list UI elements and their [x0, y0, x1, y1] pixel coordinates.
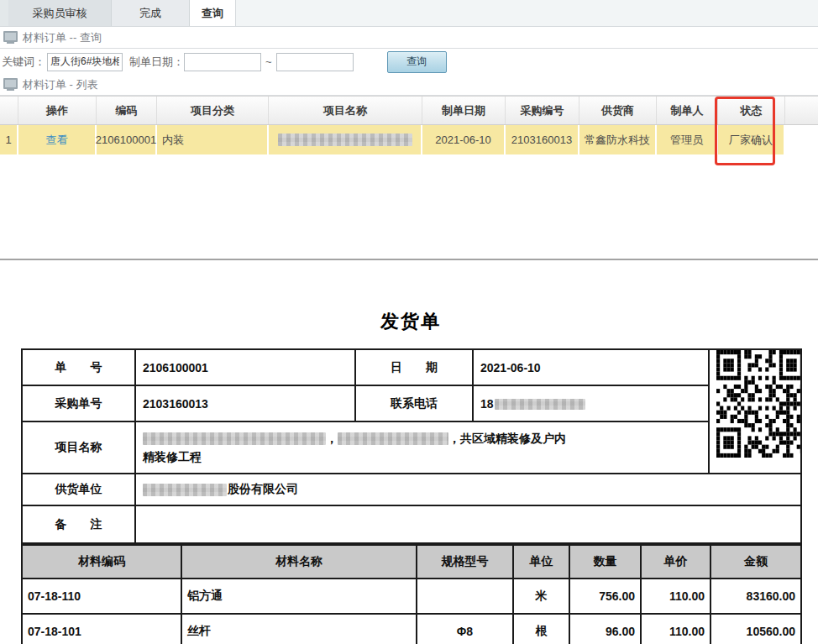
header-action: 操作 — [18, 97, 97, 124]
m-spec: Φ8 — [417, 614, 513, 644]
project-name-label: 项目名称 — [22, 421, 135, 474]
order-list-table: 操作 编码 项目分类 项目名称 制单日期 采购编号 供货商 制单人 状态 1 查… — [0, 96, 818, 154]
view-link[interactable]: 查看 — [46, 133, 68, 148]
tab-bar: 采购员审核 完成 查询 — [0, 0, 818, 27]
cell-code: 2106100001 — [97, 125, 157, 154]
header-status: 状态 — [718, 97, 785, 124]
m-qty: 756.00 — [569, 579, 641, 614]
document-title: 发货单 — [21, 309, 800, 334]
mh-spec: 规格型号 — [417, 545, 513, 579]
material-table: 材料编码 材料名称 规格型号 单位 数量 单价 金额 07-18-110 铝方通… — [21, 544, 802, 644]
m-amount: 10560.00 — [711, 614, 801, 644]
m-spec — [417, 579, 513, 614]
query-form: 关键词： 制单日期： ~ 查询 — [0, 49, 818, 75]
tab-complete[interactable]: 完成 — [112, 0, 190, 26]
list-section-header: 材料订单 - 列表 — [0, 75, 818, 96]
keyword-label: 关键词： — [2, 55, 45, 70]
view-link-cell: 查看 — [18, 125, 97, 154]
cell-creator: 管理员 — [657, 125, 718, 154]
cell-status: 厂家确认 — [718, 125, 785, 154]
purchase-no-value: 2103160013 — [135, 385, 355, 421]
project-redaction-2 — [338, 432, 448, 445]
m-price: 110.00 — [641, 579, 711, 614]
m-unit: 根 — [513, 614, 569, 644]
m-price: 110.00 — [641, 614, 711, 644]
date-to-input[interactable] — [276, 53, 354, 71]
m-name: 丝杆 — [181, 614, 417, 644]
cell-supplier: 常鑫防水科技 — [579, 125, 657, 154]
header-creator: 制单人 — [657, 97, 718, 124]
mh-qty: 数量 — [569, 545, 641, 579]
date-range-tilde: ~ — [265, 55, 272, 68]
header-supplier: 供货商 — [579, 97, 657, 124]
m-code: 07-18-110 — [22, 579, 181, 614]
project-redaction-1 — [143, 432, 326, 445]
keyword-input[interactable] — [47, 53, 123, 71]
order-no-value: 2106100001 — [135, 349, 355, 385]
material-row: 07-18-110 铝方通 米 756.00 110.00 83160.00 — [22, 579, 801, 614]
m-name: 铝方通 — [181, 579, 417, 614]
material-row: 07-18-101 丝杆 Φ8 根 96.00 110.00 10560.00 — [22, 614, 801, 644]
order-no-label: 单 号 — [22, 349, 135, 385]
header-order-date: 制单日期 — [422, 97, 506, 124]
cell-purchase-no: 2103160013 — [506, 125, 579, 154]
remark-label: 备 注 — [22, 505, 135, 543]
date-value: 2021-06-10 — [473, 349, 709, 385]
header-rownum — [0, 97, 18, 124]
cell-filler — [785, 125, 818, 154]
mh-price: 单价 — [641, 545, 711, 579]
delivery-info-table: 单 号 2106100001 日 期 2021-06-10 采购单号 21031… — [21, 348, 802, 544]
mh-code: 材料编码 — [22, 545, 181, 579]
mh-amount: 金额 — [711, 545, 801, 579]
monitor-icon — [3, 78, 18, 89]
mh-unit: 单位 — [513, 545, 569, 579]
project-name-value: ，，共区域精装修及户内 精装修工程 — [135, 421, 709, 474]
list-section-title: 材料订单 - 列表 — [23, 77, 98, 92]
header-purchase-no: 采购编号 — [506, 97, 579, 124]
date-from-input[interactable] — [184, 53, 261, 71]
supplier-value: 股份有限公司 — [135, 474, 801, 505]
header-project-name: 项目名称 — [269, 97, 422, 124]
tab-purchaser-review[interactable]: 采购员审核 — [8, 0, 112, 26]
phone-redaction — [495, 399, 585, 410]
row-number: 1 — [0, 125, 18, 154]
header-category: 项目分类 — [157, 97, 269, 124]
m-qty: 96.00 — [569, 614, 641, 644]
supplier-redaction — [143, 484, 227, 496]
material-header-row: 材料编码 材料名称 规格型号 单位 数量 单价 金额 — [22, 545, 801, 579]
header-filler — [785, 97, 818, 124]
qr-cell — [709, 349, 801, 474]
list-header-row: 操作 编码 项目分类 项目名称 制单日期 采购编号 供货商 制单人 状态 — [0, 96, 818, 125]
cell-project-name — [269, 125, 422, 154]
tab-query[interactable]: 查询 — [190, 0, 236, 26]
table-row: 1 查看 2106100001 内装 2021-06-10 2103160013… — [0, 125, 818, 154]
remark-value — [135, 505, 801, 543]
tabbar-spacer — [0, 0, 8, 26]
m-amount: 83160.00 — [711, 579, 801, 614]
mh-name: 材料名称 — [181, 545, 417, 579]
delivery-note-document: 发货单 单 号 2106100001 日 期 2021-06-10 采购单号 2… — [0, 260, 818, 644]
phone-label: 联系电话 — [355, 385, 473, 421]
order-date-label: 制单日期： — [129, 55, 184, 70]
m-unit: 米 — [513, 579, 569, 614]
qr-code — [716, 350, 801, 458]
supplier-label: 供货单位 — [22, 474, 135, 505]
project-name-redaction — [278, 134, 412, 146]
date-label: 日 期 — [355, 349, 473, 385]
purchase-no-label: 采购单号 — [22, 385, 135, 421]
search-button[interactable]: 查询 — [387, 51, 447, 73]
monitor-icon — [3, 31, 18, 42]
phone-value: 18 — [473, 385, 709, 421]
header-code: 编码 — [97, 97, 157, 124]
cell-order-date: 2021-06-10 — [422, 125, 506, 154]
cell-category: 内装 — [157, 125, 269, 154]
query-section-title: 材料订单 -- 查询 — [23, 30, 102, 45]
query-section-header: 材料订单 -- 查询 — [0, 28, 818, 49]
m-code: 07-18-101 — [22, 614, 181, 644]
